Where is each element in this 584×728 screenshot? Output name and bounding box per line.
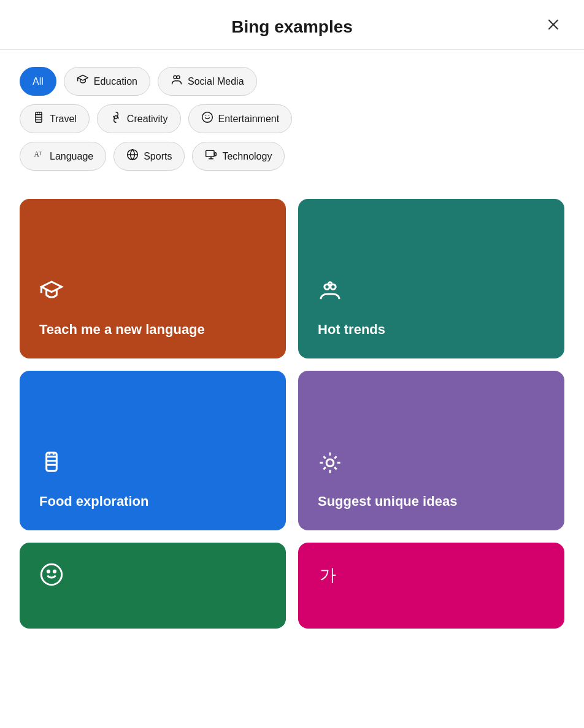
social-icon	[171, 74, 183, 89]
filter-label-sports: Sports	[144, 151, 172, 162]
svg-point-21	[53, 570, 55, 572]
filter-label-education: Education	[94, 76, 137, 87]
filter-row-2: Travel Creativity	[20, 104, 564, 133]
close-button[interactable]	[542, 14, 564, 36]
filter-chip-travel[interactable]: Travel	[20, 104, 90, 133]
card-suggest-ideas[interactable]: Suggest unique ideas	[298, 371, 564, 530]
svg-rect-12	[206, 150, 214, 157]
filter-label-social: Social Media	[188, 76, 244, 87]
page-title: Bing examples	[231, 17, 353, 37]
card-food-exploration-title: Food exploration	[39, 493, 266, 511]
filter-chip-entertainment[interactable]: Entertainment	[188, 104, 293, 133]
card-suggest-ideas-title: Suggest unique ideas	[318, 493, 545, 511]
filter-chip-sports[interactable]: Sports	[113, 142, 185, 171]
svg-point-16	[329, 282, 332, 285]
modal-header: Bing examples	[0, 0, 584, 50]
card-entertainment-icon-card	[39, 562, 266, 592]
card-food-exploration[interactable]: Food exploration	[20, 371, 286, 530]
filter-chip-education[interactable]: Education	[64, 67, 150, 96]
svg-point-3	[177, 76, 180, 79]
svg-text:가: 가	[320, 566, 336, 584]
card-teach-language[interactable]: Teach me a new language	[20, 199, 286, 358]
sports-icon	[126, 149, 139, 164]
filter-row-3: A T Language Sports	[20, 142, 564, 171]
filter-label-creativity: Creativity	[127, 114, 168, 125]
card-entertainment[interactable]	[20, 543, 286, 629]
filter-row-1: All Education	[20, 67, 564, 96]
technology-icon	[205, 149, 217, 164]
svg-point-20	[47, 570, 49, 572]
modal-container: Bing examples All Education	[0, 0, 584, 728]
cards-grid: Teach me a new language Hot trends	[0, 184, 584, 643]
filter-label-all: All	[33, 76, 44, 87]
card-language-icon-card: 가	[318, 562, 545, 592]
svg-point-19	[41, 564, 61, 584]
card-travel-icon	[39, 451, 266, 481]
filter-chip-creativity[interactable]: Creativity	[97, 104, 181, 133]
filter-label-entertainment: Entertainment	[218, 114, 280, 125]
card-teach-language-title: Teach me a new language	[39, 321, 266, 339]
card-hot-trends-title: Hot trends	[318, 321, 545, 339]
card-education-icon	[39, 279, 266, 309]
filter-chip-language[interactable]: A T Language	[20, 142, 106, 171]
card-hot-trends[interactable]: Hot trends	[298, 199, 564, 358]
filter-label-travel: Travel	[50, 114, 77, 125]
filter-label-language: Language	[50, 151, 93, 162]
entertainment-icon	[201, 111, 213, 126]
svg-point-18	[326, 460, 334, 467]
svg-text:T: T	[39, 151, 42, 157]
filter-chip-all[interactable]: All	[20, 67, 56, 96]
svg-rect-13	[215, 153, 217, 156]
card-creativity-icon-card	[318, 451, 545, 481]
travel-icon	[33, 111, 45, 126]
svg-rect-17	[47, 453, 57, 471]
filter-label-technology: Technology	[222, 151, 272, 162]
filter-chip-technology[interactable]: Technology	[192, 142, 285, 171]
education-icon	[77, 74, 89, 89]
filter-chip-social[interactable]: Social Media	[158, 67, 257, 96]
card-language-bottom[interactable]: 가	[298, 543, 564, 629]
creativity-icon	[110, 111, 122, 126]
filter-section: All Education	[0, 50, 584, 184]
card-social-icon	[318, 279, 545, 309]
svg-point-6	[202, 112, 212, 123]
language-icon: A T	[33, 149, 45, 164]
